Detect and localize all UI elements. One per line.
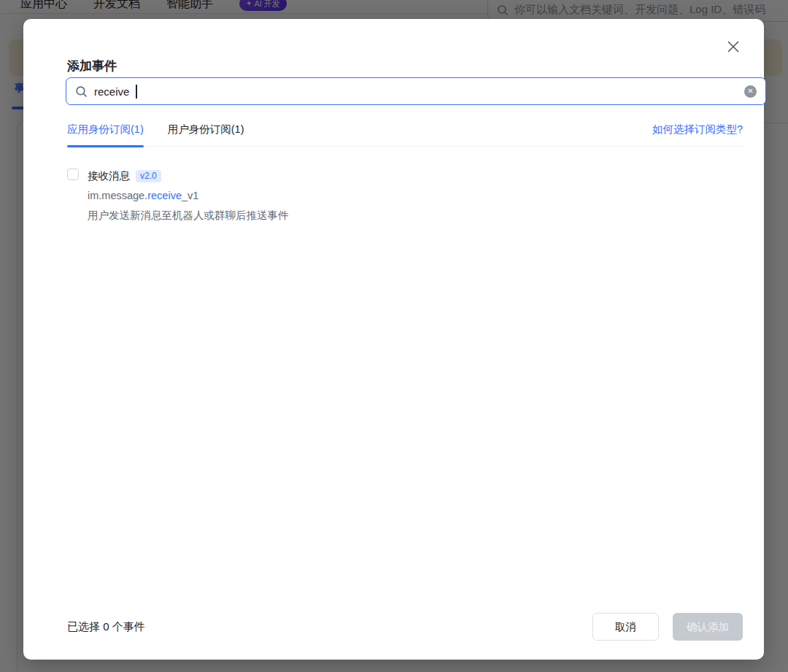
event-list-item: 接收消息 v2.0 im.message.receive_v1 用户发送新消息至… [67,166,289,225]
event-name: 接收消息 [88,166,130,186]
modal-title: 添加事件 [67,58,117,74]
event-search-input[interactable]: receive ✕ [66,77,766,105]
close-icon[interactable] [725,38,742,55]
search-icon [75,85,88,98]
tab-user-identity[interactable]: 用户身份订阅(1) [168,120,244,146]
selected-count-text: 已选择 0 个事件 [67,620,145,641]
event-checkbox[interactable] [67,169,79,180]
confirm-add-button[interactable]: 确认添加 [673,613,743,641]
event-description: 用户发送新消息至机器人或群聊后推送事件 [88,206,289,225]
text-caret [136,85,137,99]
modal-footer: 已选择 0 个事件 取消 确认添加 [23,611,764,660]
subscription-type-help-link[interactable]: 如何选择订阅类型? [652,123,743,136]
subscription-tabs: 应用身份订阅(1) 用户身份订阅(1) 如何选择订阅类型? [67,120,743,147]
clear-search-icon[interactable]: ✕ [744,85,757,98]
search-match-highlight: receive [147,190,182,201]
version-badge: v2.0 [136,170,161,182]
event-search-value: receive [94,85,129,98]
add-event-modal: 添加事件 receive ✕ 应用身份订阅(1) 用户身份订阅(1) 如何选择订… [23,19,764,660]
tab-app-identity[interactable]: 应用身份订阅(1) [67,120,144,146]
event-id: im.message.receive_v1 [88,186,289,206]
cancel-button[interactable]: 取消 [592,613,659,641]
